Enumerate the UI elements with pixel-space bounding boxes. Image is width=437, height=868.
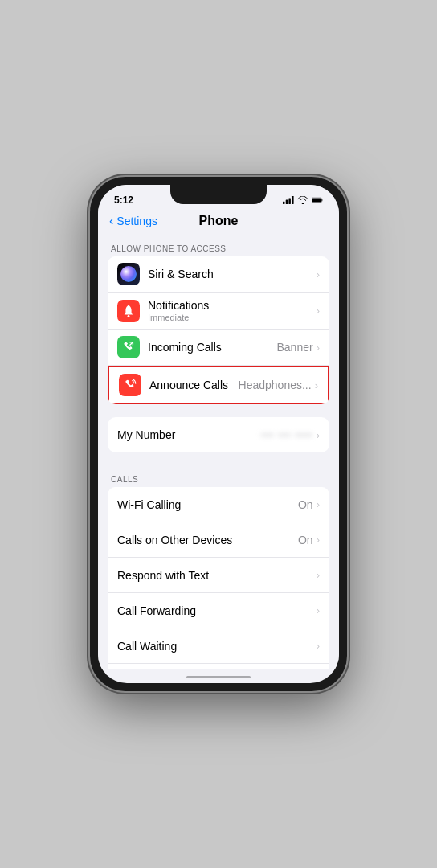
svg-rect-0 <box>283 202 284 204</box>
status-time: 5:12 <box>114 194 133 206</box>
call-forwarding-label: Call Forwarding <box>117 604 317 617</box>
call-forwarding-chevron: › <box>317 604 320 616</box>
svg-point-6 <box>128 314 130 317</box>
incoming-calls-item[interactable]: Incoming Calls Banner › <box>108 330 329 366</box>
wifi-calling-item[interactable]: Wi-Fi Calling On › <box>108 487 329 522</box>
respond-text-label: Respond with Text <box>117 569 317 582</box>
nav-bar: ‹ Settings Phone <box>98 211 339 235</box>
svg-rect-2 <box>288 199 290 204</box>
show-caller-id-item[interactable]: Show My Caller ID › <box>108 664 329 669</box>
calls-other-devices-value: On <box>298 534 313 547</box>
notifications-item[interactable]: Notifications Immediate › <box>108 293 329 330</box>
announce-calls-value: Headphones... <box>239 379 312 391</box>
phone-screen: 5:12 <box>98 185 339 683</box>
my-number-value: ••• ••• •••• <box>261 429 313 441</box>
signal-icon <box>283 196 294 204</box>
calls-other-devices-label: Calls on Other Devices <box>117 534 298 547</box>
back-chevron-icon: ‹ <box>109 214 113 228</box>
notifications-label: Notifications <box>148 299 317 312</box>
wifi-calling-value: On <box>298 498 313 511</box>
wifi-calling-label: Wi-Fi Calling <box>117 498 298 511</box>
phone-device: 5:12 <box>90 177 347 691</box>
svg-rect-5 <box>312 199 321 202</box>
svg-rect-3 <box>292 196 293 204</box>
back-label: Settings <box>116 215 157 227</box>
incoming-calls-chevron: › <box>317 342 320 354</box>
incoming-calls-label: Incoming Calls <box>148 341 277 354</box>
notifications-icon <box>117 300 140 322</box>
notifications-sublabel: Immediate <box>148 313 317 322</box>
respond-text-chevron: › <box>317 569 320 581</box>
siri-search-text: Siri & Search <box>148 268 317 280</box>
siri-search-item[interactable]: Siri & Search › <box>108 256 329 293</box>
notch <box>170 185 267 204</box>
siri-icon <box>117 263 140 285</box>
announce-calls-label: Announce Calls <box>149 379 239 391</box>
my-number-chevron: › <box>317 429 320 441</box>
back-button[interactable]: ‹ Settings <box>109 214 157 228</box>
home-indicator <box>186 676 251 678</box>
announce-calls-item[interactable]: Announce Calls Headphones... › <box>108 366 329 404</box>
my-number-item[interactable]: My Number ••• ••• •••• › <box>108 417 329 452</box>
siri-orb <box>120 266 137 282</box>
call-waiting-chevron: › <box>317 640 320 652</box>
call-waiting-label: Call Waiting <box>117 640 317 653</box>
incoming-calls-text: Incoming Calls <box>148 341 277 354</box>
announce-calls-icon <box>119 374 141 396</box>
announce-calls-chevron: › <box>315 379 318 391</box>
siri-search-label: Siri & Search <box>148 268 317 280</box>
calls-other-devices-item[interactable]: Calls on Other Devices On › <box>108 522 329 558</box>
battery-icon <box>312 196 323 204</box>
section-header-allow: ALLOW PHONE TO ACCESS <box>98 235 339 256</box>
announce-calls-text: Announce Calls <box>149 379 239 391</box>
settings-content: ALLOW PHONE TO ACCESS Siri & Search › <box>98 235 339 669</box>
phone-announce-icon <box>123 378 137 392</box>
respond-text-item[interactable]: Respond with Text › <box>108 558 329 593</box>
siri-search-chevron: › <box>317 268 320 280</box>
status-icons <box>283 196 323 204</box>
my-number-list: My Number ••• ••• •••• › <box>108 417 329 452</box>
call-waiting-item[interactable]: Call Waiting › <box>108 628 329 664</box>
calls-list: Wi-Fi Calling On › Calls on Other Device… <box>108 487 329 669</box>
notifications-chevron: › <box>317 305 320 317</box>
phone-incoming-icon <box>121 340 136 354</box>
wifi-calling-chevron: › <box>317 498 320 510</box>
my-number-label: My Number <box>117 428 261 441</box>
page-title: Phone <box>199 214 239 228</box>
section-header-calls: CALLS <box>98 465 339 487</box>
incoming-calls-icon <box>117 336 140 358</box>
call-forwarding-item[interactable]: Call Forwarding › <box>108 593 329 628</box>
calls-other-devices-chevron: › <box>317 534 320 546</box>
incoming-calls-value: Banner <box>277 341 313 354</box>
allow-access-list: Siri & Search › Notifications Immediat <box>108 256 329 404</box>
wifi-icon <box>297 196 308 204</box>
notifications-text: Notifications Immediate <box>148 299 317 322</box>
svg-rect-1 <box>286 200 288 204</box>
bell-icon <box>121 304 136 318</box>
